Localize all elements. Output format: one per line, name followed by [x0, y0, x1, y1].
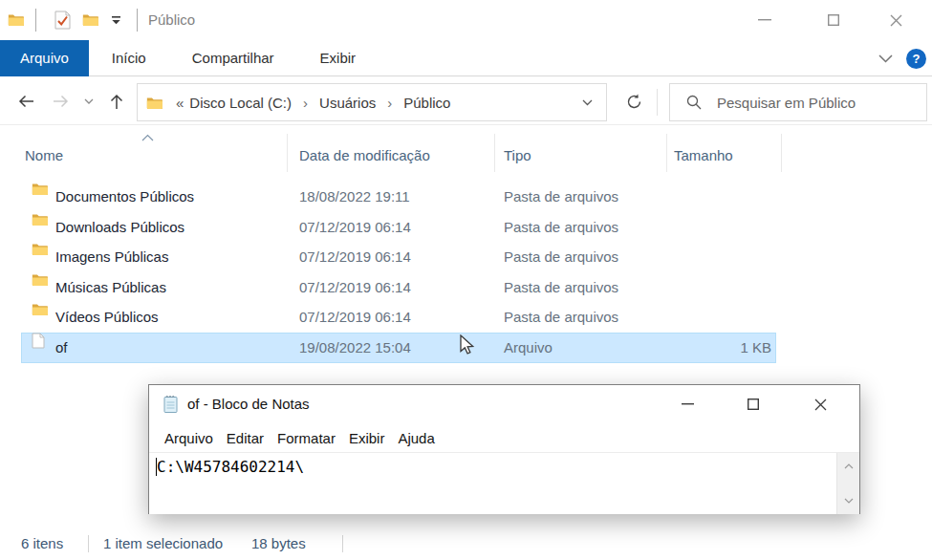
column-divider[interactable]	[494, 134, 495, 172]
tab-compartilhar[interactable]: Compartilhar	[169, 40, 297, 76]
up-button[interactable]	[100, 77, 133, 125]
ribbon-tabbar: ArquivoInícioCompartilharExibir ?	[0, 40, 932, 76]
window-title: Público	[148, 0, 195, 40]
file-row-documentos-publicos[interactable]: Documentos Públicos18/08/2022 19:11Pasta…	[0, 182, 932, 212]
refresh-button[interactable]	[613, 77, 655, 125]
up-icon	[110, 94, 123, 110]
chevron-down-icon	[84, 98, 94, 104]
tab-inicio[interactable]: Início	[89, 40, 169, 76]
ribbon-collapse-button[interactable]	[878, 54, 893, 63]
column-divider[interactable]	[287, 134, 288, 172]
folder-icon	[32, 212, 48, 226]
file-name: Documentos Públicos	[55, 182, 194, 212]
scrollbar-down-button[interactable]	[837, 490, 860, 511]
file-type: Pasta de arquivos	[504, 302, 618, 333]
column-header-type[interactable]: Tipo	[504, 132, 531, 174]
navbar-divider	[657, 89, 658, 116]
breadcrumb-separator-icon[interactable]: ›	[387, 95, 392, 111]
back-icon	[18, 95, 34, 108]
titlebar-divider	[35, 9, 36, 32]
column-divider[interactable]	[666, 134, 667, 172]
file-name: of	[55, 333, 68, 363]
file-date: 18/08/2022 19:11	[299, 182, 410, 212]
breadcrumb-overflow-button[interactable]: «	[176, 95, 184, 111]
breadcrumb-item-usuarios[interactable]: Usuários	[319, 95, 376, 111]
notepad-minimize-button[interactable]	[665, 385, 709, 423]
breadcrumb-separator-icon[interactable]: ›	[303, 95, 308, 111]
file-row-downloads-publicos[interactable]: Downloads Públicos07/12/2019 06:14Pasta …	[0, 212, 932, 243]
minimize-icon	[758, 19, 771, 21]
minimize-icon	[682, 403, 694, 405]
file-row-musicas-publicas[interactable]: Músicas Públicas07/12/2019 06:14Pasta de…	[0, 272, 932, 303]
file-type: Pasta de arquivos	[504, 182, 618, 212]
maximize-button[interactable]	[812, 0, 856, 40]
file-date: 07/12/2019 06:14	[299, 302, 411, 333]
notepad-menu-formatar[interactable]: Formatar	[271, 430, 342, 446]
folder-icon	[32, 272, 48, 287]
close-icon	[890, 14, 902, 27]
file-name: Músicas Públicas	[55, 272, 166, 303]
tab-exibir[interactable]: Exibir	[297, 40, 379, 76]
file-name: Vídeos Públicos	[55, 302, 159, 333]
breadcrumb-item-disco-local-c-[interactable]: Disco Local (C:)	[189, 95, 292, 111]
file-icon	[32, 333, 45, 349]
chevron-up-icon	[844, 463, 854, 469]
folder-icon	[32, 302, 48, 316]
file-size: 1 KB	[657, 333, 771, 363]
notepad-close-button[interactable]	[798, 385, 842, 423]
notepad-icon	[162, 394, 181, 415]
maximize-icon	[828, 14, 839, 26]
notepad-menu-ajuda[interactable]: Ajuda	[391, 430, 441, 446]
file-type: Pasta de arquivos	[504, 212, 618, 243]
search-placeholder: Pesquisar em Público	[717, 95, 856, 111]
notepad-menu-arquivo[interactable]: Arquivo	[158, 430, 220, 446]
explorer-titlebar[interactable]: Público	[0, 0, 932, 40]
recent-locations-button[interactable]	[78, 77, 99, 125]
column-header-size[interactable]: Tamanho	[674, 132, 733, 174]
notepad-menu-exibir[interactable]: Exibir	[342, 430, 392, 446]
qat-properties-button[interactable]	[54, 11, 72, 30]
forward-button[interactable]	[44, 77, 76, 125]
qat-newfolder-button[interactable]	[82, 12, 98, 27]
column-header-date[interactable]: Data de modificação	[299, 132, 430, 174]
status-divider	[342, 535, 343, 552]
notepad-editor[interactable]: C:\W45784602214\	[149, 453, 859, 514]
navigation-bar: « Disco Local (C:)›Usuários›Público Pesq…	[0, 77, 932, 125]
scrollbar-up-button[interactable]	[837, 456, 860, 477]
address-bar[interactable]: « Disco Local (C:)›Usuários›Público	[137, 83, 607, 121]
file-row-imagens-publicas[interactable]: Imagens Públicas07/12/2019 06:14Pasta de…	[0, 242, 932, 272]
address-folder-icon	[146, 96, 163, 110]
help-button[interactable]: ?	[906, 49, 926, 69]
status-selected-count: 1 item selecionado	[103, 528, 223, 560]
file-type: Pasta de arquivos	[504, 272, 618, 303]
folder-icon	[32, 242, 48, 256]
file-date: 07/12/2019 06:14	[299, 242, 411, 272]
file-date: 07/12/2019 06:14	[299, 272, 411, 303]
notepad-window: of - Bloco de Notas ArquivoEditarFormata…	[148, 384, 860, 514]
app-folder-icon	[8, 12, 24, 27]
address-dropdown-button[interactable]	[569, 99, 606, 106]
file-type: Arquivo	[504, 333, 553, 363]
file-name: Imagens Públicas	[55, 242, 168, 272]
notepad-scrollbar[interactable]	[836, 453, 859, 514]
notepad-maximize-button[interactable]	[731, 385, 775, 423]
file-date: 19/08/2022 15:04	[299, 333, 411, 363]
chevron-down-icon	[844, 498, 854, 504]
close-button[interactable]	[874, 0, 918, 40]
back-button[interactable]	[10, 77, 42, 125]
search-input[interactable]: Pesquisar em Público	[669, 83, 927, 121]
notepad-content: C:\W45784602214\	[157, 458, 304, 476]
tab-arquivo[interactable]: Arquivo	[0, 40, 89, 76]
qat-customize-button[interactable]	[111, 16, 121, 25]
chevron-down-icon	[878, 54, 893, 63]
minimize-button[interactable]	[743, 0, 787, 40]
status-divider	[88, 535, 89, 552]
folder-icon	[32, 182, 48, 196]
column-header-name[interactable]: Nome	[25, 132, 63, 174]
notepad-titlebar[interactable]: of - Bloco de Notas	[149, 385, 859, 423]
notepad-menu-editar[interactable]: Editar	[220, 430, 271, 446]
column-divider[interactable]	[781, 134, 782, 172]
breadcrumb-item-publico[interactable]: Público	[403, 95, 450, 111]
status-bar: 6 itens 1 item selecionado 18 bytes	[0, 528, 932, 560]
file-row-videos-publicos[interactable]: Vídeos Públicos07/12/2019 06:14Pasta de …	[0, 302, 932, 333]
